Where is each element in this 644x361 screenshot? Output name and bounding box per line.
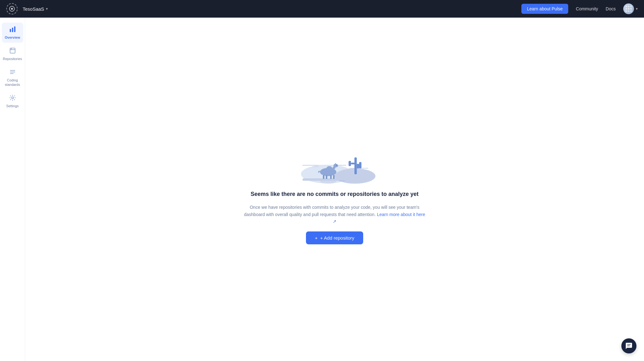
sidebar-item-settings[interactable]: Settings: [2, 91, 23, 111]
logo: [6, 3, 18, 14]
sidebar-item-repositories-label: Repositories: [3, 57, 22, 61]
learn-pulse-button[interactable]: Learn about Pulse: [521, 4, 569, 14]
svg-rect-21: [323, 175, 325, 179]
brand-name[interactable]: TesoSaaS ▾: [23, 6, 48, 12]
svg-point-20: [326, 166, 332, 171]
sidebar-item-overview[interactable]: Overview: [2, 23, 23, 43]
svg-rect-15: [349, 161, 351, 166]
svg-rect-23: [330, 175, 332, 179]
overview-icon: [9, 26, 16, 34]
brand-chevron-icon: ▾: [46, 7, 48, 11]
add-repository-label: + Add repository: [320, 235, 354, 241]
svg-rect-22: [326, 175, 327, 179]
svg-rect-24: [333, 175, 335, 179]
brand-label: TesoSaaS: [23, 6, 44, 12]
avatar-chevron-icon: ▾: [636, 7, 638, 11]
docs-link[interactable]: Docs: [606, 6, 616, 11]
chat-icon: [625, 342, 633, 350]
avatar-grid: [625, 6, 632, 12]
svg-rect-17: [359, 162, 361, 169]
add-icon: +: [315, 235, 318, 241]
avatar: [623, 3, 634, 14]
sidebar-item-coding-standards[interactable]: Coding standards: [2, 65, 23, 90]
community-link[interactable]: Community: [576, 6, 598, 11]
sidebar: Overview Repositories Coding standar: [0, 18, 25, 361]
user-avatar-wrapper[interactable]: ▾: [623, 3, 638, 14]
svg-rect-2: [14, 26, 15, 32]
chat-widget[interactable]: [621, 338, 636, 353]
svg-point-6: [12, 97, 14, 99]
svg-point-25: [336, 165, 337, 166]
coding-standards-icon: [9, 69, 16, 77]
external-link-icon: ↗: [333, 219, 336, 224]
svg-rect-1: [12, 28, 13, 32]
sidebar-item-coding-standards-label: Coding standards: [4, 78, 21, 86]
app-body: Overview Repositories Coding standar: [0, 18, 644, 361]
empty-state: Seems like there are no commits or repos…: [237, 122, 432, 257]
main-content: Seems like there are no commits or repos…: [25, 18, 644, 361]
svg-point-19: [333, 164, 338, 167]
svg-point-26: [320, 179, 336, 184]
sidebar-item-repositories[interactable]: Repositories: [2, 44, 23, 64]
app-header: TesoSaaS ▾ Learn about Pulse Community D…: [0, 0, 644, 18]
sidebar-item-overview-label: Overview: [5, 36, 20, 40]
settings-icon: [9, 94, 16, 103]
svg-rect-13: [354, 158, 357, 175]
repositories-icon: [9, 47, 16, 56]
sidebar-item-settings-label: Settings: [6, 104, 19, 108]
svg-rect-14: [351, 163, 357, 165]
empty-title: Seems like there are no commits or repos…: [251, 191, 419, 197]
header-nav: Learn about Pulse Community Docs ▾: [521, 3, 638, 14]
empty-description: Once we have repositories with commits t…: [243, 204, 426, 225]
empty-illustration: [294, 134, 375, 185]
add-repository-button[interactable]: + + Add repository: [306, 231, 363, 244]
svg-rect-0: [10, 29, 11, 32]
svg-rect-16: [357, 164, 359, 169]
